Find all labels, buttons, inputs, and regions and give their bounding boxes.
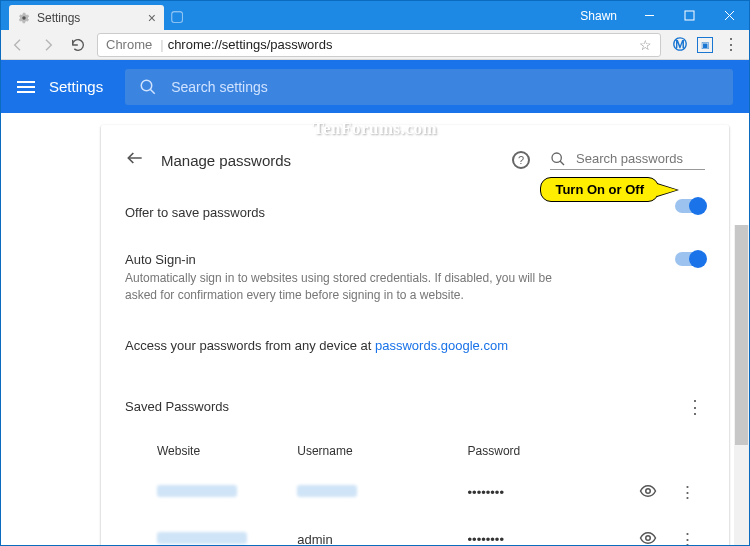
search-settings-input[interactable]: Search settings xyxy=(125,69,733,105)
website-redacted xyxy=(157,485,237,497)
row-menu-button[interactable]: ⋮ xyxy=(679,483,696,502)
watermark-text: TenForums.com xyxy=(313,119,437,139)
close-tab-icon[interactable]: × xyxy=(148,10,156,26)
username-cell: admin xyxy=(297,517,465,546)
browser-tab[interactable]: Settings × xyxy=(9,5,164,30)
nav-back-button[interactable] xyxy=(7,34,29,56)
content-area: TenForums.com Manage passwords ? Search … xyxy=(1,113,749,546)
annotation-callout: Turn On or Off xyxy=(540,177,659,202)
col-password: Password xyxy=(468,434,626,468)
search-passwords-input[interactable]: Search passwords xyxy=(550,151,705,170)
col-website: Website xyxy=(127,434,295,468)
saved-passwords-table: Website Username Password •••••••• ⋮ adm… xyxy=(125,432,705,546)
maximize-button[interactable] xyxy=(669,1,709,30)
reveal-password-button[interactable] xyxy=(639,488,657,503)
url-path: chrome://settings/passwords xyxy=(168,37,333,52)
svg-point-8 xyxy=(552,153,561,162)
search-icon xyxy=(550,151,566,167)
svg-rect-2 xyxy=(685,11,694,20)
auto-signin-toggle[interactable] xyxy=(675,252,705,266)
address-bar[interactable]: Chrome | chrome://settings/passwords ☆ xyxy=(97,33,661,57)
row-menu-button[interactable]: ⋮ xyxy=(679,530,696,546)
panel-back-button[interactable] xyxy=(125,148,145,172)
search-icon xyxy=(139,78,157,96)
close-window-button[interactable] xyxy=(709,1,749,30)
svg-point-5 xyxy=(141,80,152,91)
panel-title: Manage passwords xyxy=(161,152,291,169)
saved-passwords-heading-row: Saved Passwords ⋮ xyxy=(125,370,705,432)
scroll-thumb[interactable] xyxy=(735,225,748,445)
vertical-scrollbar[interactable]: ▲ xyxy=(734,225,749,546)
table-header-row: Website Username Password xyxy=(127,434,703,468)
passwords-google-link[interactable]: passwords.google.com xyxy=(375,338,508,353)
extension-malwarebytes-icon[interactable]: Ⓜ xyxy=(673,36,687,54)
reload-button[interactable] xyxy=(67,34,89,56)
offer-save-toggle[interactable] xyxy=(675,199,705,213)
reveal-password-button[interactable] xyxy=(639,535,657,546)
access-anywhere-row: Access your passwords from any device at… xyxy=(125,320,705,370)
passwords-panel: Manage passwords ? Search passwords Turn… xyxy=(101,125,729,546)
profile-name[interactable]: Shawn xyxy=(580,9,617,23)
window-titlebar: Settings × ▢ Shawn xyxy=(1,1,749,30)
col-username: Username xyxy=(297,434,465,468)
minimize-button[interactable] xyxy=(629,1,669,30)
nav-forward-button[interactable] xyxy=(37,34,59,56)
password-masked: •••••••• xyxy=(468,470,626,515)
access-prefix: Access your passwords from any device at xyxy=(125,338,375,353)
browser-menu-button[interactable]: ⋮ xyxy=(723,35,739,54)
gear-icon xyxy=(17,11,31,25)
saved-passwords-heading: Saved Passwords xyxy=(125,399,229,414)
settings-title: Settings xyxy=(49,78,103,95)
settings-header: Settings Search settings xyxy=(1,60,749,113)
bookmark-star-icon[interactable]: ☆ xyxy=(639,37,652,53)
offer-save-row: Turn On or Off Offer to save passwords xyxy=(125,183,705,236)
auto-signin-desc: Automatically sign in to websites using … xyxy=(125,270,565,304)
username-redacted xyxy=(297,485,357,497)
password-masked: •••••••• xyxy=(468,517,626,546)
auto-signin-label: Auto Sign-in xyxy=(125,252,705,267)
hamburger-menu-button[interactable] xyxy=(17,81,35,93)
tab-title: Settings xyxy=(37,11,80,25)
table-row[interactable]: •••••••• ⋮ xyxy=(127,470,703,515)
auto-signin-row: Auto Sign-in Automatically sign in to we… xyxy=(125,236,705,320)
url-origin-label: Chrome xyxy=(106,37,152,52)
svg-point-11 xyxy=(646,535,651,540)
table-row[interactable]: admin •••••••• ⋮ xyxy=(127,517,703,546)
extension-icon[interactable]: ▣ xyxy=(697,37,713,53)
svg-line-9 xyxy=(560,161,564,165)
saved-passwords-menu-button[interactable]: ⋮ xyxy=(685,396,705,418)
website-redacted xyxy=(157,532,247,544)
offer-save-label: Offer to save passwords xyxy=(125,205,705,220)
svg-line-6 xyxy=(150,89,155,94)
svg-point-10 xyxy=(646,488,651,493)
new-tab-button[interactable]: ▢ xyxy=(166,7,188,25)
browser-toolbar: Chrome | chrome://settings/passwords ☆ Ⓜ… xyxy=(1,30,749,60)
help-icon[interactable]: ? xyxy=(512,151,530,169)
